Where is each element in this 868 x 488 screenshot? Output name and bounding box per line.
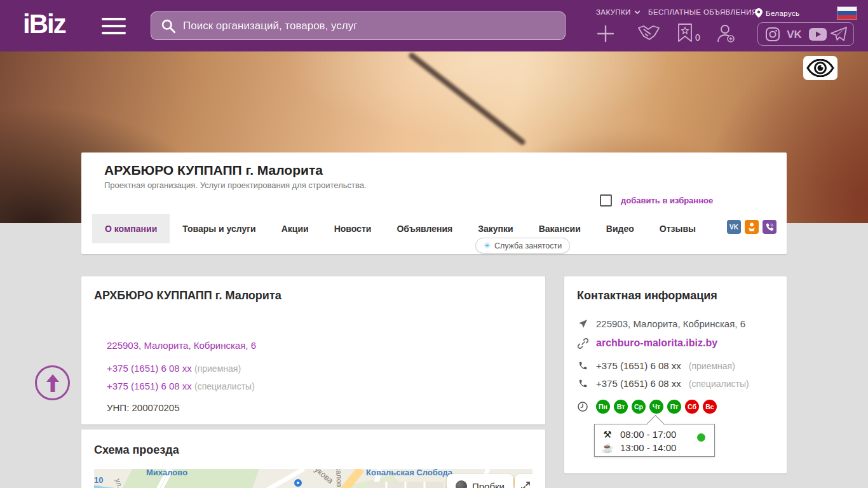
free-ads-link[interactable]: БЕСПЛАТНЫЕ ОБЪЯВЛЕНИЯ [648, 8, 757, 16]
working-days: ПнВтСрЧтПтСбВс [596, 400, 721, 414]
street-label-3: калов [334, 469, 344, 487]
add-company-button[interactable] [596, 24, 615, 43]
day-monday[interactable]: Пн [596, 400, 610, 414]
coffee-icon: ☕ [601, 442, 614, 454]
instagram-icon[interactable] [765, 27, 780, 42]
map-title: Схема проезда [94, 444, 179, 457]
unp-number: УНП: 200070205 [107, 402, 180, 413]
phone-icon [577, 379, 588, 388]
working-hours-tooltip: ⚒ 08:00 - 17:00 ☕ 13:00 - 14:00 [594, 424, 715, 457]
tab-ads[interactable]: Объявления [384, 214, 465, 243]
hamburger-menu-icon[interactable] [102, 18, 126, 34]
favorite-label: добавить в избранное [621, 196, 713, 205]
day-wednesday[interactable]: Ср [632, 400, 646, 414]
tab-products[interactable]: Товары и услуги [170, 214, 268, 243]
tab-news[interactable]: Новости [322, 214, 384, 243]
page: iBiz ЗАКУПКИ БЕСПЛАТНЫЕ ОБЪЯВЛЕНИЯ Белар… [0, 0, 868, 488]
link-icon [577, 338, 588, 349]
about-company-card: АРХБЮРО КУППАПП г. Малорита 225903, Мало… [81, 276, 545, 424]
contact-phone-reception-note: (приемная) [689, 361, 735, 371]
pen-shape [408, 51, 527, 146]
top-header: iBiz ЗАКУПКИ БЕСПЛАТНЫЕ ОБЪЯВЛЕНИЯ Белар… [0, 0, 868, 51]
contact-phone-specialists-note: (специалисты) [689, 379, 749, 389]
traffic-button[interactable]: Пробки [447, 474, 513, 488]
company-address-link[interactable]: 225903, Малорита, Кобринская, 6 [107, 340, 256, 351]
location-pin-icon [755, 8, 763, 18]
search-bar [151, 11, 566, 40]
map-marker[interactable] [294, 479, 302, 487]
traffic-icon [456, 480, 467, 488]
social-links-group: VK [757, 22, 854, 46]
search-icon [160, 18, 177, 34]
procurement-menu[interactable]: ЗАКУПКИ [596, 8, 641, 16]
tab-reviews[interactable]: Отзывы [647, 214, 709, 243]
phone-note-reception: (приемная) [194, 363, 241, 374]
company-social-links: VK [727, 220, 776, 234]
svg-text:VK: VK [787, 29, 802, 41]
map-fullscreen-button[interactable] [515, 474, 532, 488]
site-logo[interactable]: iBiz [23, 9, 65, 39]
open-now-indicator [697, 433, 705, 442]
chevron-down-icon [634, 10, 641, 15]
search-input[interactable] [183, 20, 556, 32]
expand-icon [520, 481, 531, 488]
favorites-button[interactable]: 0 [677, 24, 700, 43]
favorite-checkbox[interactable] [600, 194, 612, 207]
up-arrow-icon [46, 374, 60, 393]
tab-video[interactable]: Видео [593, 214, 647, 243]
company-title: АРХБЮРО КУППАПП г. Малорита [104, 163, 323, 178]
partners-button[interactable] [637, 25, 661, 42]
about-title: АРХБЮРО КУППАПП г. Малорита [94, 289, 281, 302]
phone-icon [577, 361, 588, 370]
day-tuesday[interactable]: Вт [614, 400, 628, 414]
login-button[interactable] [715, 24, 736, 43]
vk-share-icon[interactable]: VK [727, 220, 741, 234]
map-canvas[interactable]: 10 ул. Я Михалово укова калов Ковальская… [94, 469, 532, 488]
user-add-icon [715, 24, 736, 43]
company-tabs: О компании Товары и услуги Акции Новости… [92, 214, 709, 243]
telegram-icon[interactable] [831, 27, 847, 42]
day-sunday[interactable]: Вс [703, 400, 717, 414]
company-header-card: АРХБЮРО КУППАПП г. Малорита Проектная ор… [81, 152, 787, 254]
contact-title: Контактная информация [577, 289, 717, 302]
phone-link-reception[interactable]: +375 (1651) 6 08 xx [107, 363, 192, 374]
plus-icon [596, 24, 615, 43]
tab-promos[interactable]: Акции [269, 214, 322, 243]
eye-icon [806, 59, 834, 77]
district-label-kovalskaya: Ковальская Слобода [366, 469, 452, 477]
add-to-favorites[interactable]: добавить в избранное [600, 194, 713, 207]
day-friday[interactable]: Пт [667, 400, 681, 414]
company-subtitle: Проектная организация. Услуги проектиров… [104, 180, 367, 190]
navigation-arrow-icon [577, 319, 588, 329]
work-hours: 08:00 - 17:00 [620, 429, 676, 440]
day-thursday[interactable]: Чт [649, 400, 663, 414]
views-button[interactable] [803, 56, 837, 80]
vk-icon[interactable]: VK [783, 27, 805, 42]
employment-service-badge[interactable]: ✳ Служба занятости [475, 238, 570, 254]
favorites-count: 0 [695, 32, 700, 43]
contact-address: 225903, Малорита, Кобринская, 6 [596, 318, 745, 329]
viber-icon[interactable] [763, 220, 776, 234]
language-flag-ru[interactable] [837, 7, 857, 19]
handshake-icon [637, 25, 661, 42]
odnoklassniki-icon[interactable] [745, 220, 759, 234]
company-website-link[interactable]: archburo-malorita.ibiz.by [596, 337, 717, 349]
bookmark-star-icon [677, 24, 693, 43]
district-label-mikhalovo: Михалово [146, 469, 187, 477]
break-hours: 13:00 - 14:00 [620, 442, 676, 453]
day-saturday[interactable]: Сб [685, 400, 699, 414]
road-number-label: 10 [94, 475, 103, 485]
phone-note-specialists: (специалисты) [194, 381, 255, 391]
clock-icon [577, 402, 588, 412]
region-selector[interactable]: Беларусь [755, 8, 800, 18]
contact-info-card: Контактная информация 225903, Малорита, … [564, 276, 787, 473]
contact-phone-specialists: +375 (1651) 6 08 xx [596, 378, 681, 389]
employment-service-icon: ✳ [484, 241, 491, 250]
contact-phone-reception: +375 (1651) 6 08 xx [596, 360, 681, 371]
route-map-card: Схема проезда 10 ул. Я Михал [81, 430, 545, 488]
phone-link-specialists[interactable]: +375 (1651) 6 08 xx [107, 381, 192, 391]
scroll-to-top-button[interactable] [35, 365, 70, 400]
tools-icon: ⚒ [601, 429, 614, 440]
youtube-icon[interactable] [808, 27, 827, 41]
tab-about[interactable]: О компании [92, 214, 170, 243]
